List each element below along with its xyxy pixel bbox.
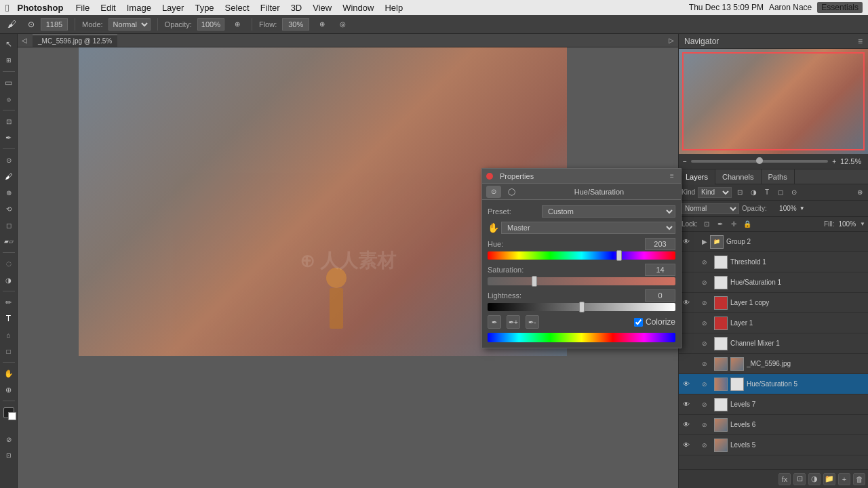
gradient-tool[interactable]: ▰▱: [1, 234, 16, 249]
properties-tab-mask[interactable]: ⊙: [486, 186, 501, 198]
collapse-left-icon[interactable]: ◁: [22, 37, 27, 44]
properties-close-button[interactable]: [486, 173, 493, 180]
pen-tool[interactable]: ✏: [1, 295, 16, 310]
menu-image[interactable]: Image: [121, 0, 157, 15]
opacity-arrow[interactable]: ▼: [800, 205, 805, 211]
size-icon[interactable]: ⊙: [24, 18, 38, 31]
lasso-tool[interactable]: ⌾: [1, 92, 16, 106]
new-group-button[interactable]: 📁: [823, 473, 835, 485]
type-filter-btn[interactable]: T: [762, 187, 772, 198]
eraser-tool[interactable]: ◻: [1, 218, 16, 232]
menu-window[interactable]: Window: [337, 0, 379, 15]
list-item[interactable]: 👁 ⊘ Levels 7: [679, 394, 868, 415]
new-adjustment-button[interactable]: ◑: [808, 473, 821, 485]
new-layer-button[interactable]: +: [838, 473, 850, 485]
link-icon[interactable]: ⊘: [702, 340, 711, 347]
layer-visibility-toggle[interactable]: 👁: [682, 298, 691, 308]
link-icon[interactable]: ⊘: [702, 401, 711, 408]
channel-select[interactable]: Master Reds Greens Blues Cyans Magentas …: [501, 222, 675, 234]
quick-mask[interactable]: ⊘: [1, 432, 16, 447]
shape-tool[interactable]: □: [1, 344, 16, 359]
eyedropper-button[interactable]: ✒: [488, 315, 501, 329]
rectangular-marquee[interactable]: ▭: [1, 75, 16, 90]
navigator-panel-menu[interactable]: ≡: [858, 37, 863, 46]
eyedropper-plus-button[interactable]: ✒+: [507, 315, 520, 329]
tab-layers[interactable]: Layers: [679, 169, 715, 184]
menu-3d[interactable]: 3D: [285, 0, 308, 15]
add-layer-style-btn[interactable]: ⊕: [854, 187, 865, 198]
screen-mode[interactable]: ⊡: [1, 448, 16, 463]
flow-value[interactable]: 30%: [282, 18, 309, 30]
shape-filter-btn[interactable]: ◻: [775, 187, 786, 198]
list-item[interactable]: 👁 ⊘ Levels 5: [679, 435, 868, 455]
tab-paths[interactable]: Paths: [762, 169, 795, 184]
zoom-slider[interactable]: [691, 160, 828, 163]
adjustment-filter-btn[interactable]: ◑: [748, 187, 759, 198]
link-icon[interactable]: ⊘: [702, 300, 711, 306]
lightness-slider-handle[interactable]: [579, 302, 585, 312]
lightness-slider[interactable]: [488, 303, 675, 311]
collapse-right-icon[interactable]: ▷: [669, 37, 674, 44]
link-icon[interactable]: ⊘: [702, 259, 711, 266]
fill-arrow[interactable]: ▼: [860, 221, 865, 227]
link-icon[interactable]: ⊘: [702, 320, 711, 327]
preset-select[interactable]: Custom Default Cyanotype Sepia: [542, 205, 675, 218]
path-selection[interactable]: ⌂: [1, 327, 16, 342]
healing-brush[interactable]: ⊙: [1, 152, 16, 167]
menu-view[interactable]: View: [307, 0, 337, 15]
smart-filter-btn[interactable]: ⊙: [789, 187, 800, 198]
lock-position-btn[interactable]: ✛: [729, 220, 738, 229]
blend-mode-select[interactable]: Normal: [682, 203, 739, 214]
zoom-in-icon[interactable]: +: [832, 158, 836, 165]
blur-tool[interactable]: ◌: [1, 256, 16, 271]
zoom-value[interactable]: 12.5%: [840, 157, 864, 165]
properties-tab-vector[interactable]: ◯: [504, 186, 519, 198]
lock-all-btn[interactable]: 🔒: [743, 220, 752, 229]
layer-visibility-toggle[interactable]: 👁: [682, 380, 691, 389]
menu-select[interactable]: Select: [220, 0, 255, 15]
opacity-value[interactable]: 100%: [770, 205, 797, 212]
lightness-value[interactable]: 0: [645, 289, 675, 302]
list-item[interactable]: 👁 ⊘ Layer 1 copy: [679, 293, 868, 313]
navigator-view-box[interactable]: [682, 52, 865, 150]
menu-file[interactable]: File: [70, 0, 95, 15]
lock-transparent-btn[interactable]: ⊡: [702, 220, 711, 229]
tab-channels[interactable]: Channels: [715, 169, 761, 184]
delete-layer-button[interactable]: 🗑: [853, 473, 865, 485]
hue-slider-handle[interactable]: [616, 250, 622, 261]
list-item[interactable]: ⊘ Threshold 1: [679, 252, 868, 272]
link-icon[interactable]: ⊘: [702, 381, 711, 388]
menu-edit[interactable]: Edit: [95, 0, 121, 15]
list-item[interactable]: ⊘ Hue/Saturation 1: [679, 272, 868, 293]
pressure-flow-icon[interactable]: ⊕: [315, 17, 330, 32]
list-item[interactable]: ⊘ Channel Mixer 1: [679, 333, 868, 354]
layer-visibility-toggle[interactable]: [682, 278, 691, 287]
opacity-value[interactable]: 100%: [197, 18, 224, 30]
layer-visibility-toggle[interactable]: [682, 339, 691, 348]
saturation-slider[interactable]: [488, 277, 675, 285]
airbrush-icon[interactable]: ◎: [335, 17, 350, 32]
lock-image-btn[interactable]: ✒: [715, 220, 725, 229]
crop-tool[interactable]: ⊡: [1, 114, 16, 129]
kind-select[interactable]: Kind: [698, 187, 732, 198]
saturation-value[interactable]: 14: [645, 264, 675, 276]
size-value[interactable]: 1185: [41, 18, 68, 30]
zoom-slider-thumb[interactable]: [756, 157, 763, 164]
eyedropper-tool[interactable]: ✒: [1, 130, 16, 145]
workspace-selector[interactable]: Essentials: [817, 2, 863, 13]
foreground-color[interactable]: [3, 407, 14, 418]
artboard-tool[interactable]: ⊞: [1, 53, 16, 68]
list-item[interactable]: 👁 ▶ 📁 Group 2: [679, 232, 868, 252]
add-mask-button[interactable]: ⊡: [793, 473, 806, 485]
layer-visibility-toggle[interactable]: 👁: [682, 237, 691, 247]
list-item[interactable]: ⊘ Layer 1: [679, 313, 868, 333]
text-tool[interactable]: T: [1, 311, 16, 326]
mode-select[interactable]: Normal: [108, 18, 151, 30]
canvas-tab[interactable]: _MC_5596.jpg @ 12.5%: [33, 35, 117, 47]
menu-help[interactable]: Help: [379, 0, 408, 15]
zoom-out-icon[interactable]: −: [683, 158, 687, 165]
apple-menu[interactable]: : [5, 2, 9, 14]
layer-visibility-toggle[interactable]: [682, 319, 691, 328]
layer-visibility-toggle[interactable]: [682, 359, 691, 369]
list-item[interactable]: 👁 ⊘ Levels 6: [679, 415, 868, 435]
